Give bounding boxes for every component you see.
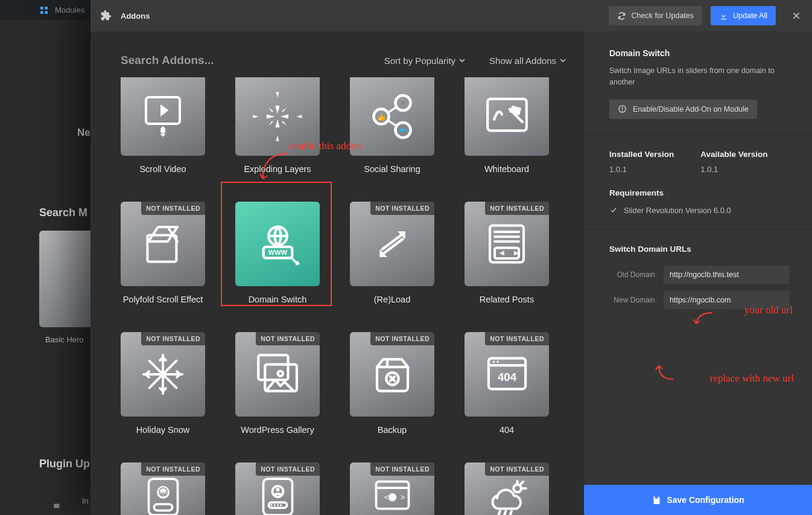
svg-marker-17 <box>253 115 259 118</box>
bg-in-label: In <box>82 496 89 505</box>
addon-card[interactable]: NOT INSTALLED WordPress Gallery <box>235 332 320 435</box>
addon-card[interactable]: NOT INSTALLED Polyfold Scroll Effect <box>121 202 205 304</box>
svg-point-69 <box>622 110 623 112</box>
not-installed-badge: NOT INSTALLED <box>370 202 434 215</box>
close-icon <box>791 11 801 21</box>
annotation-arrow-icon <box>255 150 291 186</box>
addon-card-domain-switch[interactable]: WWW Domain Switch <box>235 202 320 304</box>
check-updates-label: Check for Updates <box>631 11 694 20</box>
svg-point-57 <box>270 504 272 506</box>
form-title: Switch Domain URLs <box>609 245 789 254</box>
save-configuration-button[interactable]: Save Configuration <box>584 485 812 515</box>
modules-grid-icon <box>39 5 49 15</box>
backup-icon <box>367 349 418 400</box>
addon-card[interactable]: NOT INSTALLED Holiday Snow <box>121 332 205 435</box>
addon-grid: Scroll Video Exploding Layers ♥👍🐦 Social… <box>121 77 566 515</box>
svg-point-58 <box>273 504 275 506</box>
addon-thumb: NOT INSTALLED <box>235 332 320 417</box>
download-icon <box>719 11 728 21</box>
polyfold-icon <box>139 220 187 268</box>
svg-marker-9 <box>267 114 275 118</box>
svg-text:404: 404 <box>497 370 516 383</box>
new-domain-input[interactable] <box>664 291 789 309</box>
flag-icon <box>52 502 64 514</box>
addon-thumb: NOT INSTALLED <> <box>350 462 434 515</box>
addon-thumb: NOT INSTALLED <box>465 462 549 515</box>
svg-marker-8 <box>275 120 279 128</box>
sort-label: Sort by Popularity <box>384 56 455 66</box>
not-installed-badge: NOT INSTALLED <box>485 332 549 345</box>
addon-thumb: NOT INSTALLED <box>350 202 434 286</box>
search-input[interactable] <box>121 54 302 67</box>
annotation-new-url: replace with new url <box>710 373 794 385</box>
addons-content: Sort by Popularity Show all Addons Scrol… <box>90 31 584 515</box>
detail-sidebar: Domain Switch Switch Image URLs in slide… <box>584 31 812 515</box>
svg-text:>: > <box>401 493 405 501</box>
chevron-down-icon <box>560 57 566 63</box>
addon-label: Holiday Snow <box>136 425 190 435</box>
svg-marker-13 <box>268 121 273 126</box>
svg-marker-18 <box>297 115 302 118</box>
not-installed-badge: NOT INSTALLED <box>141 202 205 215</box>
addon-thumb <box>235 77 320 156</box>
update-all-button[interactable]: Update All <box>711 6 776 25</box>
addon-thumb: WWW <box>235 202 320 286</box>
check-updates-button[interactable]: Check for Updates <box>609 6 702 25</box>
new-domain-label: New Domain <box>609 296 655 304</box>
addon-card[interactable]: NOT INSTALLED <> <box>350 462 434 515</box>
check-icon <box>609 206 618 214</box>
addon-thumb <box>465 77 549 156</box>
wp-embed-icon: <> <box>370 473 415 516</box>
addon-card[interactable]: NOT INSTALLED <box>465 462 549 515</box>
addon-label: (Re)Load <box>374 295 410 304</box>
info-icon <box>618 104 627 114</box>
not-installed-badge: NOT INSTALLED <box>485 202 549 215</box>
addon-thumb: NOT INSTALLED <box>121 462 205 515</box>
svg-point-59 <box>277 504 279 506</box>
svg-marker-7 <box>275 106 279 114</box>
save-label: Save Configuration <box>667 495 744 505</box>
addon-card[interactable]: NOT INSTALLED <box>121 462 205 515</box>
svg-marker-11 <box>268 107 273 112</box>
svg-point-60 <box>280 504 282 506</box>
enable-toggle-button[interactable]: Enable/Disable Add-On on Module <box>609 100 757 119</box>
addon-card[interactable]: Scroll Video <box>121 77 205 174</box>
chevron-down-icon <box>459 57 465 63</box>
sort-dropdown[interactable]: Sort by Popularity <box>384 56 465 66</box>
svg-rect-2 <box>40 11 43 14</box>
addon-card[interactable]: Whiteboard <box>465 77 549 174</box>
close-button[interactable] <box>788 7 805 24</box>
addon-card[interactable]: NOT INSTALLED ◀▶ Related Posts <box>465 202 549 304</box>
addons-modal: Addons Check for Updates Update All Sort… <box>90 0 812 515</box>
svg-point-6 <box>160 129 165 133</box>
addon-thumb: NOT INSTALLED ◀▶ <box>465 202 549 286</box>
version-info: Installed Version 1.0.1 Available Versio… <box>584 135 812 176</box>
requirement-item: Slider Revolution Version 6.0.0 <box>624 206 731 215</box>
filter-dropdown[interactable]: Show all Addons <box>489 56 566 66</box>
addon-thumb: NOT INSTALLED <box>235 462 320 515</box>
svg-text:🐦: 🐦 <box>399 126 408 135</box>
addon-label: Related Posts <box>480 295 534 304</box>
addon-thumb: NOT INSTALLED 404 <box>465 332 549 417</box>
old-domain-label: Old Domain <box>609 270 655 279</box>
addon-card[interactable]: NOT INSTALLED Backup <box>350 332 434 435</box>
addon-card[interactable]: NOT INSTALLED <box>235 462 320 515</box>
not-installed-badge: NOT INSTALLED <box>370 462 434 476</box>
addon-card[interactable]: NOT INSTALLED (Re)Load <box>350 202 434 304</box>
addon-label: Scroll Video <box>139 164 186 174</box>
old-domain-input[interactable] <box>664 266 789 284</box>
addon-label: WordPress Gallery <box>241 425 314 435</box>
addon-label: Whiteboard <box>484 164 529 174</box>
svg-text:♥: ♥ <box>401 99 405 107</box>
toggle-label: Enable/Disable Add-On on Module <box>633 105 749 114</box>
addon-card[interactable]: ♥👍🐦 Social Sharing <box>350 77 434 174</box>
save-bar: Save Configuration <box>584 485 812 515</box>
addon-card[interactable]: NOT INSTALLED 404 404 <box>465 332 549 435</box>
not-installed-badge: NOT INSTALLED <box>141 332 205 345</box>
wp-login-icon <box>141 473 186 516</box>
not-installed-badge: NOT INSTALLED <box>141 462 205 476</box>
requirements: Requirements Slider Revolution Version 6… <box>584 176 812 230</box>
svg-text:▶: ▶ <box>514 249 519 256</box>
login-addon-icon <box>255 473 300 516</box>
addon-label: Social Sharing <box>364 164 420 174</box>
